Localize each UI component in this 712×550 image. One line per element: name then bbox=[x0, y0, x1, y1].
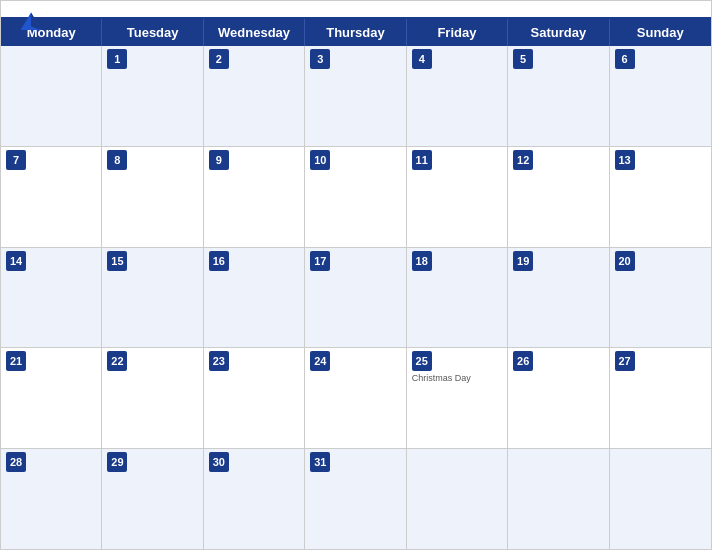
day-cell: 18 bbox=[407, 248, 508, 348]
day-header-thursday: Thursday bbox=[305, 19, 406, 46]
logo-icon bbox=[17, 9, 45, 37]
day-number: 13 bbox=[615, 150, 635, 170]
day-number: 11 bbox=[412, 150, 432, 170]
day-cell: 25Christmas Day bbox=[407, 348, 508, 448]
day-cell: 23 bbox=[204, 348, 305, 448]
day-number: 27 bbox=[615, 351, 635, 371]
day-cell: 16 bbox=[204, 248, 305, 348]
day-number: 4 bbox=[412, 49, 432, 69]
day-number: 9 bbox=[209, 150, 229, 170]
day-number: 7 bbox=[6, 150, 26, 170]
day-cell: 5 bbox=[508, 46, 609, 146]
weeks: 1234567891011121314151617181920212223242… bbox=[1, 46, 711, 549]
day-cell: 12 bbox=[508, 147, 609, 247]
day-header-saturday: Saturday bbox=[508, 19, 609, 46]
day-cell: 9 bbox=[204, 147, 305, 247]
day-cell: 29 bbox=[102, 449, 203, 549]
day-number: 21 bbox=[6, 351, 26, 371]
holiday-label: Christmas Day bbox=[412, 373, 502, 383]
day-number: 22 bbox=[107, 351, 127, 371]
day-header-wednesday: Wednesday bbox=[204, 19, 305, 46]
week-row: 78910111213 bbox=[1, 147, 711, 248]
logo bbox=[17, 9, 49, 37]
day-cell bbox=[1, 46, 102, 146]
day-cell: 8 bbox=[102, 147, 203, 247]
day-number: 6 bbox=[615, 49, 635, 69]
day-number: 2 bbox=[209, 49, 229, 69]
calendar-header bbox=[1, 1, 711, 17]
day-cell: 2 bbox=[204, 46, 305, 146]
day-cell: 26 bbox=[508, 348, 609, 448]
day-cell: 30 bbox=[204, 449, 305, 549]
day-number: 1 bbox=[107, 49, 127, 69]
day-cell: 20 bbox=[610, 248, 711, 348]
day-cell: 1 bbox=[102, 46, 203, 146]
day-cell: 24 bbox=[305, 348, 406, 448]
day-cell: 22 bbox=[102, 348, 203, 448]
day-cell: 4 bbox=[407, 46, 508, 146]
day-cell: 31 bbox=[305, 449, 406, 549]
day-number: 23 bbox=[209, 351, 229, 371]
day-number: 12 bbox=[513, 150, 533, 170]
day-cell: 6 bbox=[610, 46, 711, 146]
day-number: 10 bbox=[310, 150, 330, 170]
day-number: 15 bbox=[107, 251, 127, 271]
day-number: 29 bbox=[107, 452, 127, 472]
day-header-sunday: Sunday bbox=[610, 19, 711, 46]
day-cell bbox=[508, 449, 609, 549]
day-number: 16 bbox=[209, 251, 229, 271]
day-number: 8 bbox=[107, 150, 127, 170]
day-number: 3 bbox=[310, 49, 330, 69]
day-cell: 7 bbox=[1, 147, 102, 247]
day-number: 17 bbox=[310, 251, 330, 271]
week-row: 28293031 bbox=[1, 449, 711, 549]
day-header-friday: Friday bbox=[407, 19, 508, 46]
day-number: 14 bbox=[6, 251, 26, 271]
day-number: 19 bbox=[513, 251, 533, 271]
day-cell bbox=[407, 449, 508, 549]
day-number: 5 bbox=[513, 49, 533, 69]
calendar-container: MondayTuesdayWednesdayThursdayFridaySatu… bbox=[0, 0, 712, 550]
day-number: 26 bbox=[513, 351, 533, 371]
day-cell: 15 bbox=[102, 248, 203, 348]
day-cell: 21 bbox=[1, 348, 102, 448]
day-cell: 14 bbox=[1, 248, 102, 348]
calendar-grid: MondayTuesdayWednesdayThursdayFridaySatu… bbox=[1, 17, 711, 549]
day-number: 24 bbox=[310, 351, 330, 371]
week-row: 123456 bbox=[1, 46, 711, 147]
day-cell: 3 bbox=[305, 46, 406, 146]
day-header-tuesday: Tuesday bbox=[102, 19, 203, 46]
day-cell bbox=[610, 449, 711, 549]
day-number: 28 bbox=[6, 452, 26, 472]
week-row: 14151617181920 bbox=[1, 248, 711, 349]
day-headers: MondayTuesdayWednesdayThursdayFridaySatu… bbox=[1, 19, 711, 46]
day-number: 18 bbox=[412, 251, 432, 271]
day-number: 31 bbox=[310, 452, 330, 472]
day-cell: 28 bbox=[1, 449, 102, 549]
day-cell: 11 bbox=[407, 147, 508, 247]
day-cell: 10 bbox=[305, 147, 406, 247]
day-number: 30 bbox=[209, 452, 229, 472]
day-cell: 19 bbox=[508, 248, 609, 348]
day-number: 20 bbox=[615, 251, 635, 271]
day-cell: 27 bbox=[610, 348, 711, 448]
day-cell: 13 bbox=[610, 147, 711, 247]
week-row: 2122232425Christmas Day2627 bbox=[1, 348, 711, 449]
day-cell: 17 bbox=[305, 248, 406, 348]
day-number: 25 bbox=[412, 351, 432, 371]
